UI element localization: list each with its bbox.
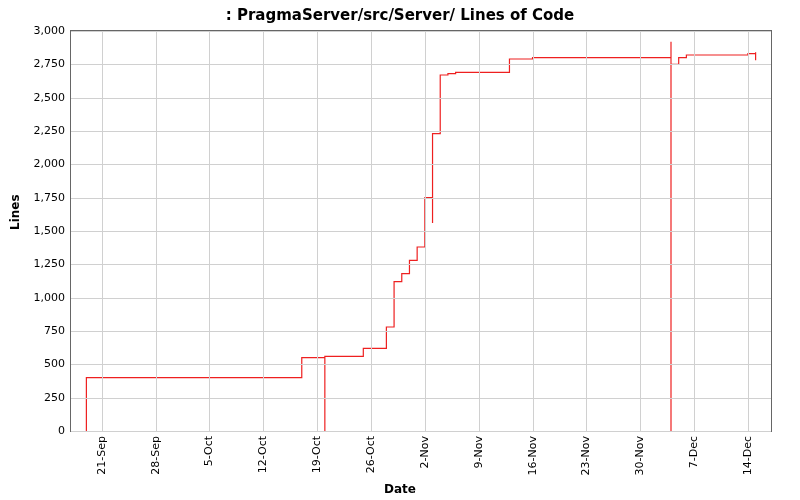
gridline-v <box>425 31 426 431</box>
y-tick-label: 2,500 <box>5 90 65 103</box>
x-tick-label: 14-Dec <box>740 436 753 475</box>
y-tick-label: 0 <box>5 424 65 437</box>
gridline-v <box>640 31 641 431</box>
y-tick-label: 2,000 <box>5 157 65 170</box>
gridline-v <box>371 31 372 431</box>
gridline-v <box>479 31 480 431</box>
x-tick-label: 2-Nov <box>417 436 430 468</box>
gridline-h <box>71 398 771 399</box>
y-tick-label: 3,000 <box>5 24 65 37</box>
x-tick-label: 7-Dec <box>687 436 700 468</box>
series-polyline <box>86 42 755 431</box>
y-tick-label: 1,500 <box>5 224 65 237</box>
gridline-h <box>71 31 771 32</box>
gridline-v <box>156 31 157 431</box>
gridline-v <box>209 31 210 431</box>
x-tick-label: 9-Nov <box>471 436 484 468</box>
gridline-h <box>71 364 771 365</box>
gridline-h <box>71 331 771 332</box>
y-tick-label: 1,000 <box>5 290 65 303</box>
gridline-h <box>71 298 771 299</box>
y-tick-label: 250 <box>5 390 65 403</box>
gridline-v <box>263 31 264 431</box>
gridline-h <box>71 98 771 99</box>
gridline-v <box>694 31 695 431</box>
y-tick-label: 500 <box>5 357 65 370</box>
gridline-h <box>71 64 771 65</box>
y-tick-label: 1,250 <box>5 257 65 270</box>
gridline-h <box>71 164 771 165</box>
x-tick-label: 21-Sep <box>94 436 107 475</box>
x-tick-label: 19-Oct <box>310 436 323 473</box>
y-tick-label: 2,750 <box>5 57 65 70</box>
plot-area <box>70 30 772 432</box>
gridline-h <box>71 264 771 265</box>
gridline-h <box>71 198 771 199</box>
x-axis-label: Date <box>0 482 800 496</box>
x-tick-label: 12-Oct <box>256 436 269 473</box>
x-tick-label: 28-Sep <box>148 436 161 475</box>
x-tick-label: 26-Oct <box>364 436 377 473</box>
x-tick-label: 16-Nov <box>525 436 538 475</box>
gridline-h <box>71 131 771 132</box>
gridline-v <box>586 31 587 431</box>
x-tick-label: 23-Nov <box>579 436 592 475</box>
gridline-h <box>71 231 771 232</box>
gridline-h <box>71 431 771 432</box>
loc-chart: : PragmaServer/src/Server/ Lines of Code… <box>0 0 800 500</box>
y-tick-label: 1,750 <box>5 190 65 203</box>
y-tick-label: 750 <box>5 324 65 337</box>
gridline-v <box>102 31 103 431</box>
x-tick-label: 30-Nov <box>633 436 646 475</box>
gridline-v <box>317 31 318 431</box>
x-tick-label: 5-Oct <box>202 436 215 466</box>
gridline-v <box>748 31 749 431</box>
y-tick-label: 2,250 <box>5 124 65 137</box>
chart-title: : PragmaServer/src/Server/ Lines of Code <box>0 6 800 24</box>
gridline-v <box>533 31 534 431</box>
